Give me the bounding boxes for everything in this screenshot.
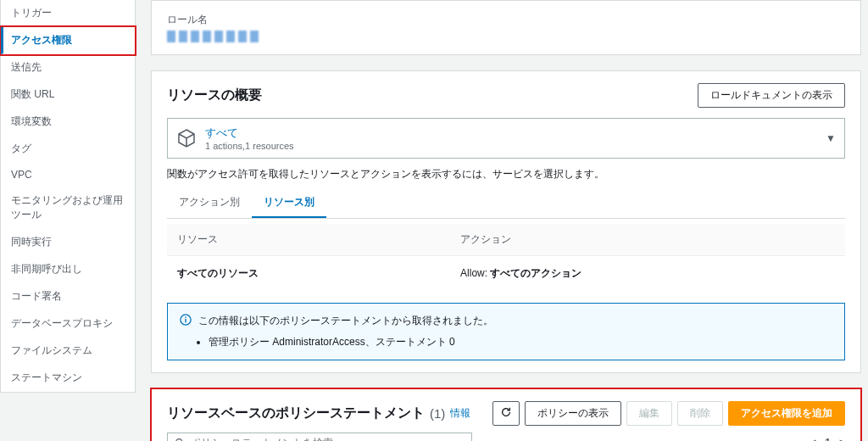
sidebar-item-vpc[interactable]: VPC: [1, 163, 135, 187]
role-document-button[interactable]: ロールドキュメントの表示: [698, 83, 845, 108]
service-selector-sub: 1 actions,1 resources: [205, 141, 294, 151]
tab-by-resource[interactable]: リソース別: [252, 188, 326, 218]
policy-search-input[interactable]: [191, 437, 465, 441]
role-name-value: [167, 31, 260, 42]
col-resource: リソース: [167, 224, 450, 256]
info-alert: この情報は以下のポリシーステートメントから取得されました。 管理ポリシー Adm…: [167, 303, 845, 360]
resource-row-action-value: すべてのアクション: [490, 267, 581, 279]
sidebar-item-monitoring[interactable]: モニタリングおよび運用ツール: [1, 187, 135, 229]
sidebar-item-destinations[interactable]: 送信先: [1, 54, 135, 81]
resource-row-resource: すべてのリソース: [177, 267, 259, 279]
sidebar-item-concurrency[interactable]: 同時実行: [1, 229, 135, 256]
summary-tabs: アクション別 リソース別: [167, 188, 845, 219]
policy-search[interactable]: [167, 433, 472, 441]
chevron-down-icon: ▼: [826, 132, 836, 144]
pager-page: 1: [825, 437, 831, 441]
resource-row-action-prefix: Allow:: [460, 267, 490, 279]
service-selector-title: すべて: [205, 126, 294, 141]
col-action: アクション: [450, 224, 845, 256]
search-icon: [175, 438, 186, 442]
policy-info-link[interactable]: 情報: [450, 406, 470, 421]
add-permission-button[interactable]: アクセス権限を追加: [728, 401, 845, 426]
policy-statements-panel: リソースベースのポリシーステートメント (1) 情報 ポリシーの表示 編集 削除…: [151, 388, 861, 441]
info-icon: [180, 314, 192, 326]
sidebar-item-tags[interactable]: タグ: [1, 136, 135, 163]
role-panel: ロール名: [151, 0, 861, 55]
view-policy-button[interactable]: ポリシーの表示: [525, 401, 621, 426]
resource-summary-title: リソースの概要: [167, 87, 262, 104]
refresh-icon: [500, 406, 512, 418]
tab-by-action[interactable]: アクション別: [167, 188, 252, 218]
sidebar-item-trigger[interactable]: トリガー: [1, 0, 135, 27]
svg-rect-2: [185, 317, 186, 318]
pager-prev[interactable]: <: [810, 437, 816, 441]
resource-summary-panel: リソースの概要 ロールドキュメントの表示 すべて 1 actions,1 res…: [151, 70, 861, 373]
pager-next[interactable]: >: [839, 437, 845, 441]
sidebar-item-filesystem[interactable]: ファイルシステム: [1, 338, 135, 365]
role-name-label: ロール名: [167, 13, 845, 27]
sidebar-item-env-vars[interactable]: 環境変数: [1, 109, 135, 136]
resource-row: すべてのリソース Allow: すべてのアクション: [167, 256, 845, 292]
delete-button[interactable]: 削除: [677, 401, 723, 426]
info-alert-item: 管理ポリシー AdministratorAccess、ステートメント 0: [209, 335, 832, 349]
sidebar-item-statemachine[interactable]: ステートマシン: [1, 365, 135, 392]
resource-summary-desc: 関数がアクセス許可を取得したリソースとアクションを表示するには、サービスを選択し…: [167, 167, 845, 181]
cube-icon: [176, 128, 197, 148]
sidebar-item-codesign[interactable]: コード署名: [1, 283, 135, 310]
svg-rect-1: [185, 319, 186, 322]
service-selector[interactable]: すべて 1 actions,1 resources ▼: [167, 118, 845, 159]
pagination: < 1 >: [810, 437, 845, 441]
policy-count: (1): [430, 406, 445, 421]
sidebar-item-permissions[interactable]: アクセス権限: [1, 27, 135, 54]
info-alert-text: この情報は以下のポリシーステートメントから取得されました。: [198, 314, 493, 328]
policy-title: リソースベースのポリシーステートメント: [167, 405, 425, 422]
main-content: ロール名 リソースの概要 ロールドキュメントの表示 すべて 1 actions,…: [136, 0, 868, 441]
edit-button[interactable]: 編集: [626, 401, 672, 426]
sidebar-item-dbproxy[interactable]: データベースプロキシ: [1, 310, 135, 338]
sidebar: トリガー アクセス権限 送信先 関数 URL 環境変数 タグ VPC モニタリン…: [0, 0, 136, 393]
refresh-button[interactable]: [492, 401, 520, 426]
resource-table: リソース アクション すべてのリソース Allow: すべてのアクション: [167, 224, 845, 291]
sidebar-item-function-url[interactable]: 関数 URL: [1, 81, 135, 109]
sidebar-item-async[interactable]: 非同期呼び出し: [1, 256, 135, 283]
